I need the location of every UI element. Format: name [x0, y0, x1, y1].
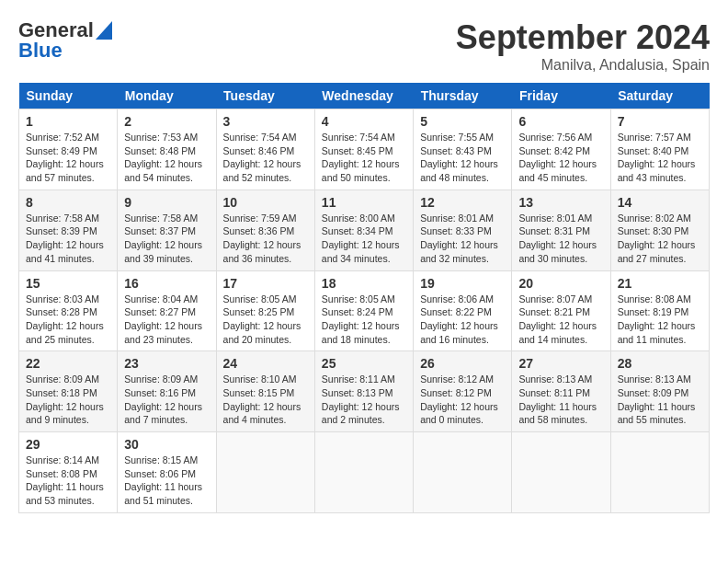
logo: General Blue [18, 18, 112, 63]
calendar-cell-27: 27Sunrise: 8:13 AMSunset: 8:11 PMDayligh… [512, 351, 610, 432]
day-detail: Sunrise: 8:06 AMSunset: 8:22 PMDaylight:… [420, 293, 498, 345]
calendar-cell-14: 14Sunrise: 8:02 AMSunset: 8:30 PMDayligh… [610, 190, 709, 270]
day-number: 4 [322, 114, 406, 129]
day-number: 1 [26, 114, 110, 129]
day-detail: Sunrise: 7:54 AMSunset: 8:46 PMDaylight:… [223, 132, 301, 183]
calendar-row-0: 1Sunrise: 7:52 AMSunset: 8:49 PMDaylight… [19, 109, 710, 190]
calendar-cell-11: 11Sunrise: 8:00 AMSunset: 8:34 PMDayligh… [314, 190, 413, 270]
header-wednesday: Wednesday [314, 83, 413, 109]
day-number: 29 [26, 437, 110, 452]
day-number: 18 [322, 276, 406, 291]
header-sunday: Sunday [19, 83, 118, 109]
day-number: 20 [518, 276, 603, 291]
day-number: 24 [223, 356, 308, 371]
calendar-cell-19: 19Sunrise: 8:06 AMSunset: 8:22 PMDayligh… [414, 270, 512, 351]
day-detail: Sunrise: 7:56 AMSunset: 8:42 PMDaylight:… [518, 132, 597, 183]
day-number: 13 [518, 195, 603, 210]
calendar-cell-16: 16Sunrise: 8:04 AMSunset: 8:27 PMDayligh… [118, 270, 216, 351]
day-number: 11 [322, 195, 406, 210]
calendar-cell-empty [610, 432, 709, 513]
calendar-cell-23: 23Sunrise: 8:09 AMSunset: 8:16 PMDayligh… [118, 351, 216, 432]
calendar-cell-24: 24Sunrise: 8:10 AMSunset: 8:15 PMDayligh… [216, 351, 314, 432]
calendar-cell-empty [414, 432, 512, 513]
day-number: 5 [420, 114, 505, 129]
calendar-cell-10: 10Sunrise: 7:59 AMSunset: 8:36 PMDayligh… [216, 190, 314, 270]
day-detail: Sunrise: 8:03 AMSunset: 8:28 PMDaylight:… [26, 293, 104, 345]
calendar-cell-29: 29Sunrise: 8:14 AMSunset: 8:08 PMDayligh… [19, 432, 118, 513]
header-friday: Friday [512, 83, 610, 109]
calendar-cell-25: 25Sunrise: 8:11 AMSunset: 8:13 PMDayligh… [314, 351, 413, 432]
calendar-cell-12: 12Sunrise: 8:01 AMSunset: 8:33 PMDayligh… [414, 190, 512, 270]
day-detail: Sunrise: 8:15 AMSunset: 8:06 PMDaylight:… [124, 454, 202, 506]
title-block: September 2024 Manilva, Andalusia, Spain [456, 18, 710, 74]
day-number: 3 [223, 114, 308, 129]
day-detail: Sunrise: 8:13 AMSunset: 8:09 PMDaylight:… [618, 373, 696, 425]
calendar-cell-empty [314, 432, 413, 513]
day-number: 16 [124, 276, 209, 291]
day-detail: Sunrise: 7:58 AMSunset: 8:37 PMDaylight:… [124, 213, 202, 264]
day-detail: Sunrise: 7:57 AMSunset: 8:40 PMDaylight:… [618, 132, 696, 183]
day-number: 25 [322, 356, 406, 371]
day-detail: Sunrise: 8:01 AMSunset: 8:33 PMDaylight:… [420, 213, 498, 264]
location-title: Manilva, Andalusia, Spain [456, 57, 710, 74]
calendar-row-3: 22Sunrise: 8:09 AMSunset: 8:18 PMDayligh… [19, 351, 710, 432]
day-number: 21 [618, 276, 702, 291]
day-detail: Sunrise: 7:52 AMSunset: 8:49 PMDaylight:… [26, 132, 104, 183]
day-detail: Sunrise: 8:13 AMSunset: 8:11 PMDaylight:… [518, 373, 597, 425]
day-detail: Sunrise: 7:59 AMSunset: 8:36 PMDaylight:… [223, 213, 301, 264]
day-number: 26 [420, 356, 505, 371]
day-number: 9 [124, 195, 209, 210]
calendar-cell-3: 3Sunrise: 7:54 AMSunset: 8:46 PMDaylight… [216, 109, 314, 190]
calendar-cell-17: 17Sunrise: 8:05 AMSunset: 8:25 PMDayligh… [216, 270, 314, 351]
calendar-cell-26: 26Sunrise: 8:12 AMSunset: 8:12 PMDayligh… [414, 351, 512, 432]
day-number: 2 [124, 114, 209, 129]
svg-marker-0 [96, 21, 112, 40]
calendar-cell-empty [512, 432, 610, 513]
calendar-row-1: 8Sunrise: 7:58 AMSunset: 8:39 PMDaylight… [19, 190, 710, 270]
calendar-cell-22: 22Sunrise: 8:09 AMSunset: 8:18 PMDayligh… [19, 351, 118, 432]
calendar-row-2: 15Sunrise: 8:03 AMSunset: 8:28 PMDayligh… [19, 270, 710, 351]
calendar-cell-21: 21Sunrise: 8:08 AMSunset: 8:19 PMDayligh… [610, 270, 709, 351]
header-saturday: Saturday [610, 83, 709, 109]
day-detail: Sunrise: 8:00 AMSunset: 8:34 PMDaylight:… [322, 213, 400, 264]
calendar-cell-18: 18Sunrise: 8:05 AMSunset: 8:24 PMDayligh… [314, 270, 413, 351]
day-number: 12 [420, 195, 505, 210]
calendar-row-4: 29Sunrise: 8:14 AMSunset: 8:08 PMDayligh… [19, 432, 710, 513]
day-number: 19 [420, 276, 505, 291]
day-number: 23 [124, 356, 209, 371]
calendar-table: SundayMondayTuesdayWednesdayThursdayFrid… [18, 83, 710, 513]
day-number: 28 [618, 356, 702, 371]
day-detail: Sunrise: 7:53 AMSunset: 8:48 PMDaylight:… [124, 132, 202, 183]
day-detail: Sunrise: 7:55 AMSunset: 8:43 PMDaylight:… [420, 132, 498, 183]
calendar-cell-30: 30Sunrise: 8:15 AMSunset: 8:06 PMDayligh… [118, 432, 216, 513]
header-monday: Monday [118, 83, 216, 109]
calendar-cell-empty [216, 432, 314, 513]
day-detail: Sunrise: 8:12 AMSunset: 8:12 PMDaylight:… [420, 373, 498, 425]
day-detail: Sunrise: 8:04 AMSunset: 8:27 PMDaylight:… [124, 293, 202, 345]
calendar-cell-28: 28Sunrise: 8:13 AMSunset: 8:09 PMDayligh… [610, 351, 709, 432]
day-number: 27 [518, 356, 603, 371]
calendar-cell-1: 1Sunrise: 7:52 AMSunset: 8:49 PMDaylight… [19, 109, 118, 190]
calendar-cell-7: 7Sunrise: 7:57 AMSunset: 8:40 PMDaylight… [610, 109, 709, 190]
calendar-header-row: SundayMondayTuesdayWednesdayThursdayFrid… [19, 83, 710, 109]
calendar-cell-6: 6Sunrise: 7:56 AMSunset: 8:42 PMDaylight… [512, 109, 610, 190]
day-detail: Sunrise: 7:54 AMSunset: 8:45 PMDaylight:… [322, 132, 400, 183]
header-thursday: Thursday [414, 83, 512, 109]
day-detail: Sunrise: 8:10 AMSunset: 8:15 PMDaylight:… [223, 373, 301, 425]
day-detail: Sunrise: 8:05 AMSunset: 8:25 PMDaylight:… [223, 293, 301, 345]
day-number: 14 [618, 195, 702, 210]
day-detail: Sunrise: 8:07 AMSunset: 8:21 PMDaylight:… [518, 293, 597, 345]
calendar-cell-5: 5Sunrise: 7:55 AMSunset: 8:43 PMDaylight… [414, 109, 512, 190]
calendar-cell-9: 9Sunrise: 7:58 AMSunset: 8:37 PMDaylight… [118, 190, 216, 270]
day-number: 30 [124, 437, 209, 452]
calendar-cell-8: 8Sunrise: 7:58 AMSunset: 8:39 PMDaylight… [19, 190, 118, 270]
day-number: 15 [26, 276, 110, 291]
page-header: General Blue September 2024 Manilva, And… [18, 18, 710, 74]
calendar-cell-15: 15Sunrise: 8:03 AMSunset: 8:28 PMDayligh… [19, 270, 118, 351]
calendar-cell-2: 2Sunrise: 7:53 AMSunset: 8:48 PMDaylight… [118, 109, 216, 190]
day-detail: Sunrise: 8:05 AMSunset: 8:24 PMDaylight:… [322, 293, 400, 345]
day-number: 17 [223, 276, 308, 291]
header-tuesday: Tuesday [216, 83, 314, 109]
calendar-cell-20: 20Sunrise: 8:07 AMSunset: 8:21 PMDayligh… [512, 270, 610, 351]
calendar-cell-13: 13Sunrise: 8:01 AMSunset: 8:31 PMDayligh… [512, 190, 610, 270]
